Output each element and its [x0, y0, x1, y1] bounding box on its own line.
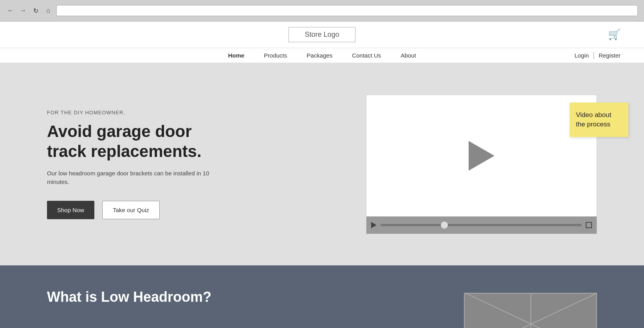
- nav-products[interactable]: Products: [264, 52, 287, 59]
- hero-text: FOR THE DIY HOMEOWNER. Avoid garage door…: [47, 110, 227, 219]
- back-button[interactable]: ←: [6, 6, 15, 15]
- control-play-icon[interactable]: [371, 222, 377, 228]
- video-annotation: Video about the process: [570, 103, 628, 137]
- hero-section: FOR THE DIY HOMEOWNER. Avoid garage door…: [0, 63, 644, 265]
- play-icon[interactable]: [469, 141, 494, 171]
- hero-subtitle: FOR THE DIY HOMEOWNER.: [47, 110, 227, 115]
- placeholder-image-svg: [465, 293, 596, 328]
- video-container: Video about the process: [366, 95, 597, 234]
- reload-button[interactable]: ↻: [31, 6, 40, 15]
- video-screen[interactable]: [366, 95, 597, 216]
- register-link[interactable]: Register: [599, 52, 621, 59]
- nav-auth: Login Register: [574, 52, 621, 59]
- cart-icon[interactable]: 🛒: [608, 29, 621, 41]
- shop-now-button[interactable]: Shop Now: [47, 201, 94, 219]
- browser-chrome: ← → ↻ ⌂: [0, 0, 644, 22]
- quiz-button[interactable]: Take our Quiz: [102, 201, 160, 219]
- nav-home[interactable]: Home: [228, 52, 244, 59]
- nav-packages[interactable]: Packages: [307, 52, 332, 59]
- login-link[interactable]: Login: [574, 52, 589, 59]
- video-player[interactable]: [366, 95, 597, 234]
- site-nav: Home Products Packages Contact Us About …: [0, 48, 644, 63]
- nav-about[interactable]: About: [400, 52, 416, 59]
- address-bar[interactable]: [56, 5, 638, 16]
- lower-image-placeholder: [464, 293, 597, 328]
- auth-divider: [593, 52, 594, 59]
- nav-contact[interactable]: Contact Us: [352, 52, 381, 59]
- svg-line-0: [465, 293, 596, 328]
- hero-description: Our low headroom garage door brackets ca…: [47, 169, 227, 187]
- fullscreen-icon[interactable]: [586, 222, 592, 228]
- hero-buttons: Shop Now Take our Quiz: [47, 201, 227, 219]
- hero-title: Avoid garage door track replacements.: [47, 122, 227, 161]
- svg-line-1: [465, 293, 596, 328]
- home-button[interactable]: ⌂: [44, 6, 52, 15]
- store-logo[interactable]: Store Logo: [289, 27, 355, 42]
- video-controls: [366, 216, 597, 234]
- progress-knob[interactable]: [441, 222, 448, 229]
- forward-button[interactable]: →: [19, 6, 27, 15]
- lower-section: What is Low Headroom?: [0, 265, 644, 328]
- site-header: Store Logo 🛒: [0, 22, 644, 48]
- progress-bar[interactable]: [381, 224, 582, 226]
